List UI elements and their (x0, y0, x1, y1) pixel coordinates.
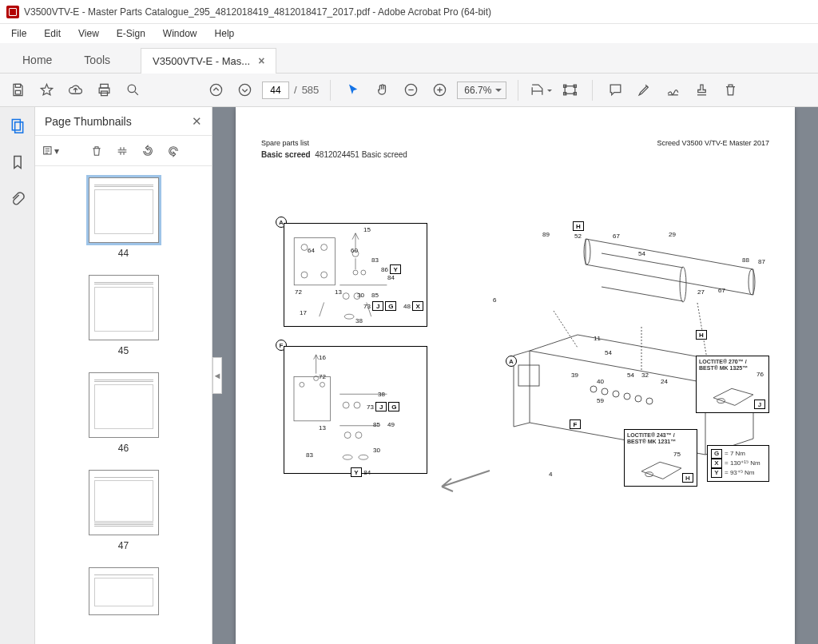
toolbar: / 585 66.7% (0, 74, 818, 107)
menu-edit[interactable]: Edit (36, 26, 69, 42)
menu-help[interactable]: Help (207, 26, 243, 42)
stamp-icon[interactable] (690, 79, 713, 101)
highlight-icon[interactable] (633, 79, 655, 101)
menubar: File Edit View E-Sign Window Help (0, 24, 818, 43)
page-up-icon[interactable] (204, 79, 227, 101)
thumb-rotate-ccw-icon[interactable] (139, 142, 157, 160)
svg-point-21 (301, 272, 308, 278)
svg-point-46 (635, 396, 641, 402)
search-icon[interactable] (121, 79, 144, 101)
bookmark-icon[interactable] (9, 153, 26, 171)
menu-window[interactable]: Window (155, 26, 205, 42)
svg-point-37 (343, 455, 352, 459)
tab-tools[interactable]: Tools (68, 47, 126, 73)
thumbnail-45[interactable]: 45 (35, 275, 212, 356)
frame-icon[interactable] (558, 79, 581, 101)
svg-rect-30 (294, 377, 330, 421)
svg-point-38 (359, 455, 368, 459)
svg-point-25 (361, 270, 366, 275)
svg-point-42 (590, 386, 597, 392)
window-title: V3500VTV-E - Master Parts Catalogue_295_… (24, 6, 491, 18)
svg-rect-16 (14, 122, 22, 133)
comment-icon[interactable] (604, 79, 626, 101)
svg-point-7 (239, 84, 250, 95)
svg-point-28 (344, 314, 354, 319)
thumbnail-next[interactable] (35, 567, 212, 615)
page-number-box: / 585 (262, 81, 319, 99)
attach-icon[interactable] (9, 190, 26, 208)
close-icon[interactable]: × (258, 54, 264, 67)
titlebar: V3500VTV-E - Master Parts Catalogue_295_… (0, 0, 818, 24)
menu-view[interactable]: View (70, 26, 107, 42)
torque-panel: G= 7 Nm X= 130⁺¹⁵ Nm Y= 93⁺⁵ Nm (707, 445, 769, 482)
sign-icon[interactable] (661, 79, 684, 101)
svg-point-19 (301, 244, 308, 251)
pdf-icon (6, 6, 19, 18)
page-title: Basic screed 4812024451 Basic screed (261, 150, 769, 159)
thumb-trash-icon[interactable] (88, 142, 105, 160)
document-area[interactable]: ◄ Spare parts list Screed V3500 V/TV-E M… (212, 107, 818, 644)
svg-point-20 (321, 244, 328, 251)
page-sep: / (294, 84, 297, 96)
svg-point-41 (680, 267, 686, 302)
svg-point-22 (321, 272, 328, 278)
thumbnails-icon[interactable] (9, 117, 26, 134)
tab-home[interactable]: Home (6, 47, 68, 73)
loctite-panel-2: LOCTITE® 243™ / BEST® MK 1231™ 75 H (624, 429, 697, 487)
svg-rect-0 (15, 84, 20, 87)
zoom-out-icon[interactable] (399, 79, 422, 101)
zoom-in-icon[interactable] (428, 79, 451, 101)
thumbnails-panel: Page Thumbnails ✕ ▾ 44 45 46 (35, 107, 212, 644)
thumbnail-44[interactable]: 44 (35, 177, 212, 259)
crop-icon[interactable] (530, 79, 552, 101)
svg-rect-15 (12, 120, 20, 130)
loctite-panel-1: LOCTITE® 270™ / BEST® MK 1325™ 76 J (696, 356, 769, 413)
svg-point-32 (320, 382, 325, 387)
cloud-upload-icon[interactable] (64, 79, 86, 101)
pdf-page: Spare parts list Screed V3500 V/TV-E Mas… (236, 107, 795, 644)
hand-icon[interactable] (371, 79, 393, 101)
svg-point-40 (749, 269, 755, 295)
svg-point-31 (300, 382, 304, 387)
pointer-icon[interactable] (342, 79, 364, 101)
page-header-right: Screed V3500 V/TV-E Master 2017 (657, 139, 769, 147)
thumbnails-title: Page Thumbnails (45, 115, 132, 128)
tab-row: Home Tools V3500VTV-E - Mas... × (0, 43, 818, 74)
svg-point-44 (613, 391, 619, 397)
svg-point-45 (624, 393, 630, 400)
svg-point-47 (646, 398, 653, 404)
menu-file[interactable]: File (3, 26, 34, 42)
total-pages: 585 (302, 84, 320, 96)
star-icon[interactable] (35, 79, 58, 101)
svg-point-34 (354, 402, 360, 408)
thumb-options-icon[interactable]: ▾ (42, 142, 59, 160)
svg-point-43 (602, 388, 608, 395)
thumbnail-47[interactable]: 47 (35, 470, 212, 551)
trash-icon[interactable] (719, 79, 741, 101)
svg-point-35 (344, 432, 351, 439)
svg-rect-18 (294, 238, 335, 285)
parts-diagram: A (261, 215, 769, 598)
svg-point-24 (353, 270, 358, 275)
main-area: Page Thumbnails ✕ ▾ 44 45 46 (0, 107, 818, 644)
thumbnail-46[interactable]: 46 (35, 372, 212, 454)
svg-rect-2 (100, 84, 108, 88)
svg-point-26 (343, 293, 349, 300)
save-icon[interactable] (6, 79, 29, 101)
svg-rect-48 (518, 365, 539, 386)
close-panel-icon[interactable]: ✕ (192, 114, 202, 129)
tab-document-label: V3500VTV-E - Mas... (153, 55, 250, 67)
page-down-icon[interactable] (233, 79, 256, 101)
zoom-select[interactable]: 66.7% (457, 81, 506, 99)
svg-point-33 (343, 402, 349, 408)
thumb-insert-icon[interactable] (113, 142, 131, 160)
panel-splitter[interactable]: ◄ (212, 357, 222, 394)
svg-point-5 (128, 85, 136, 93)
menu-esign[interactable]: E-Sign (109, 26, 153, 42)
thumbnails-list[interactable]: 44 45 46 47 (35, 166, 212, 644)
svg-rect-1 (15, 90, 20, 94)
tab-document[interactable]: V3500VTV-E - Mas... × (141, 48, 276, 74)
print-icon[interactable] (93, 79, 115, 101)
current-page-input[interactable] (262, 81, 289, 99)
thumb-rotate-cw-icon[interactable] (165, 142, 182, 160)
